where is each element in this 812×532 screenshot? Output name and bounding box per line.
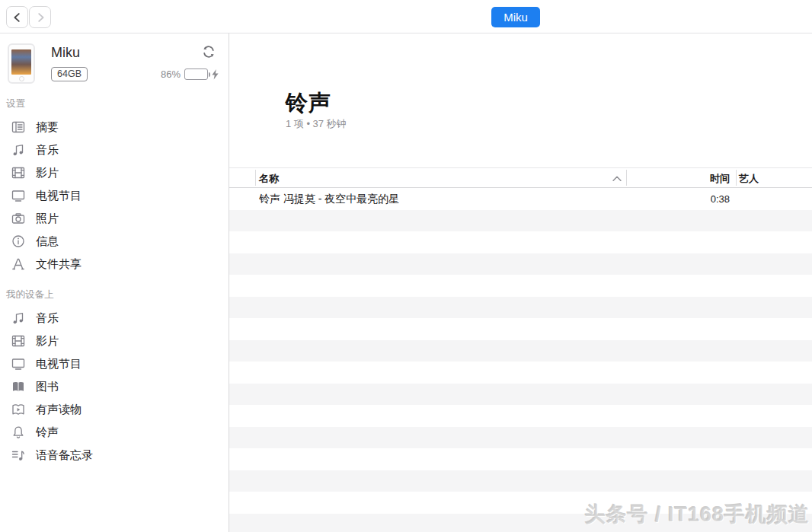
column-divider bbox=[255, 170, 256, 186]
device-tab-button[interactable]: Miku bbox=[491, 7, 540, 27]
battery-icon bbox=[184, 68, 208, 80]
sidebar-item-file-sharing[interactable]: 文件共享 bbox=[0, 253, 229, 276]
column-header-time[interactable]: 时间 bbox=[710, 172, 730, 186]
sidebar-item-voice-memos[interactable]: 语音备忘录 bbox=[0, 444, 229, 467]
sidebar-device-list: 音乐 影片 电视节目 图书 有声读物 铃声 bbox=[0, 307, 229, 467]
tones-icon bbox=[11, 425, 26, 440]
device-name: Miku bbox=[51, 45, 80, 61]
tv-icon bbox=[11, 188, 26, 203]
column-header-artist[interactable]: 艺人 bbox=[739, 172, 759, 186]
column-divider bbox=[736, 170, 737, 186]
sidebar-item-books[interactable]: 图书 bbox=[0, 375, 229, 398]
sidebar-section-settings: 设置 bbox=[6, 97, 25, 110]
table-header: 名称 时间 艺人 bbox=[229, 167, 812, 188]
photos-icon bbox=[11, 211, 26, 226]
column-header-name[interactable]: 名称 bbox=[259, 172, 279, 186]
sidebar-item-info[interactable]: 信息 bbox=[0, 230, 229, 253]
sort-ascending-icon bbox=[612, 176, 622, 182]
device-screen-image bbox=[11, 49, 31, 75]
sidebar-item-device-movies[interactable]: 影片 bbox=[0, 330, 229, 352]
capacity-badge: 64GB bbox=[51, 67, 88, 81]
empty-rows-area bbox=[229, 210, 812, 532]
sidebar-section-on-my-device: 我的设备上 bbox=[6, 288, 54, 301]
file-sharing-icon bbox=[11, 256, 26, 272]
sidebar-item-photos[interactable]: 照片 bbox=[0, 207, 229, 230]
battery-status: 86% bbox=[161, 68, 219, 80]
sidebar-item-device-tv-shows[interactable]: 电视节目 bbox=[0, 352, 229, 375]
sidebar-item-movies[interactable]: 影片 bbox=[0, 161, 229, 184]
sidebar: Miku 64GB 86% 设置 摘要 音乐 影片 bbox=[0, 33, 229, 532]
books-icon bbox=[11, 379, 26, 394]
voice-memos-icon bbox=[11, 448, 26, 463]
movies-icon bbox=[11, 333, 26, 349]
info-icon bbox=[11, 234, 26, 249]
page-subtitle: 1 项 • 37 秒钟 bbox=[286, 117, 347, 131]
toolbar: Miku bbox=[0, 0, 812, 33]
audiobooks-icon bbox=[11, 402, 26, 417]
chevron-right-icon bbox=[34, 11, 47, 24]
sidebar-item-music[interactable]: 音乐 bbox=[0, 139, 229, 161]
sync-icon[interactable] bbox=[201, 44, 216, 59]
track-time: 0:38 bbox=[711, 193, 730, 205]
music-icon bbox=[11, 311, 26, 326]
sidebar-item-audiobooks[interactable]: 有声读物 bbox=[0, 398, 229, 421]
sidebar-item-tones[interactable]: 铃声 bbox=[0, 421, 229, 444]
tv-icon bbox=[11, 356, 26, 371]
battery-percent: 86% bbox=[161, 68, 181, 80]
forward-button[interactable] bbox=[29, 6, 51, 28]
sidebar-item-tv-shows[interactable]: 电视节目 bbox=[0, 184, 229, 207]
main-content: 铃声 1 项 • 37 秒钟 名称 时间 艺人 铃声 冯提莫 - 夜空中最亮的星… bbox=[229, 33, 812, 532]
music-icon bbox=[11, 142, 26, 158]
track-name: 铃声 冯提莫 - 夜空中最亮的星 bbox=[259, 193, 399, 206]
itunes-window: Miku Miku 64GB 86% 设置 摘要 bbox=[0, 0, 812, 532]
sidebar-item-summary[interactable]: 摘要 bbox=[0, 116, 229, 139]
page-title: 铃声 bbox=[286, 88, 331, 119]
summary-icon bbox=[11, 119, 26, 135]
table-row[interactable]: 铃声 冯提莫 - 夜空中最亮的星 0:38 bbox=[229, 188, 812, 210]
sidebar-item-device-music[interactable]: 音乐 bbox=[0, 307, 229, 330]
device-thumbnail[interactable] bbox=[8, 43, 35, 84]
back-button[interactable] bbox=[6, 6, 28, 28]
charging-bolt-icon bbox=[212, 69, 219, 80]
chevron-left-icon bbox=[11, 11, 24, 24]
movies-icon bbox=[11, 165, 26, 180]
home-button-dot bbox=[19, 76, 24, 81]
sidebar-settings-list: 摘要 音乐 影片 电视节目 照片 信息 bbox=[0, 116, 229, 276]
column-divider bbox=[626, 170, 627, 186]
